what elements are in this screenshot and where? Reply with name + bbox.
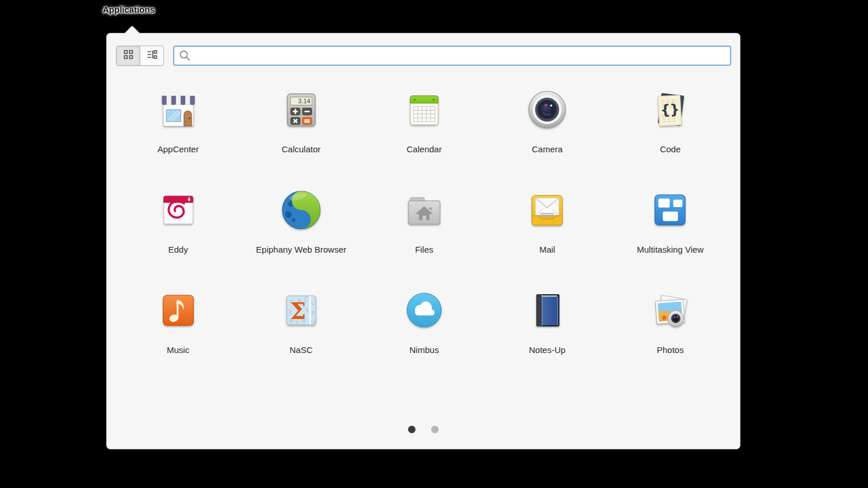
globe-icon <box>279 189 323 231</box>
app-grid: AppCenter 3.14 <box>117 89 732 355</box>
app-item-appcenter[interactable]: AppCenter <box>117 89 240 155</box>
app-item-files[interactable]: Files <box>362 189 485 255</box>
storefront-icon <box>156 89 200 130</box>
workspaces-icon <box>648 189 692 231</box>
app-item-notes-up[interactable]: Notes-Up <box>486 290 609 355</box>
popover-arrow <box>124 25 140 41</box>
app-label: Calculator <box>282 144 321 154</box>
desktop: Applications <box>0 0 868 488</box>
app-label: AppCenter <box>158 144 199 154</box>
app-label: Code <box>660 144 680 154</box>
grid-view-icon <box>122 48 134 63</box>
search-field-wrap <box>173 46 731 66</box>
applications-launcher-popover: AppCenter 3.14 <box>106 33 740 449</box>
folder-home-icon <box>402 189 446 231</box>
app-label: Nimbus <box>410 345 439 355</box>
page-dot-1[interactable] <box>408 426 416 433</box>
app-item-nimbus[interactable]: Nimbus <box>362 290 485 355</box>
page-indicator <box>107 426 740 433</box>
app-item-calculator[interactable]: 3.14 Calculator <box>240 89 362 155</box>
app-label: Calendar <box>407 144 442 154</box>
notebook-icon <box>525 290 569 331</box>
panel-applications-button[interactable]: Applications <box>103 5 155 14</box>
category-view-button[interactable] <box>140 46 163 65</box>
app-item-eddy[interactable]: Eddy <box>117 189 240 255</box>
app-label: Notes-Up <box>529 345 565 355</box>
app-label: NaSC <box>290 345 313 355</box>
calculator-icon: 3.14 <box>279 89 323 130</box>
sigma-icon: αφζ χλ θγθ √πω Σ <box>279 290 323 331</box>
grid-view-button[interactable] <box>117 46 140 65</box>
svg-text:ω: ω <box>311 318 316 324</box>
search-input[interactable] <box>173 46 731 66</box>
app-item-code[interactable]: { } Code <box>609 89 732 155</box>
app-item-camera[interactable]: Camera <box>486 89 609 155</box>
view-mode-toggle <box>116 46 164 66</box>
svg-text:√: √ <box>311 301 315 307</box>
svg-text:π: π <box>311 310 315 316</box>
page-dot-2[interactable] <box>431 426 439 433</box>
app-label: Camera <box>532 144 562 154</box>
app-item-photos[interactable]: Photos <box>609 290 732 355</box>
app-label: Photos <box>657 345 684 355</box>
music-note-icon <box>156 290 200 331</box>
app-item-nasc[interactable]: αφζ χλ θγθ √πω Σ NaSC <box>240 290 362 355</box>
code-braces-icon: { } <box>648 89 692 130</box>
app-item-multitasking-view[interactable]: Multitasking View <box>609 189 732 255</box>
svg-text:3.14: 3.14 <box>298 97 310 104</box>
app-label: Multitasking View <box>637 245 704 254</box>
package-installer-icon <box>156 189 200 231</box>
app-label: Files <box>415 245 433 254</box>
app-label: Mail <box>539 245 555 254</box>
app-item-epiphany[interactable]: Epiphany Web Browser <box>240 189 362 255</box>
camera-lens-icon <box>525 89 569 130</box>
calendar-icon <box>402 89 446 130</box>
photo-stack-icon <box>648 290 692 331</box>
app-label: Epiphany Web Browser <box>256 245 346 254</box>
app-label: Eddy <box>168 245 188 254</box>
mail-tray-icon <box>525 189 569 231</box>
app-item-calendar[interactable]: Calendar <box>362 89 485 155</box>
svg-text:}: } <box>669 101 680 118</box>
app-item-music[interactable]: Music <box>117 290 240 355</box>
category-view-icon <box>146 48 158 63</box>
svg-text:Σ: Σ <box>290 298 306 324</box>
app-label: Music <box>167 345 189 355</box>
cloud-icon <box>402 290 446 331</box>
app-item-mail[interactable]: Mail <box>486 189 609 255</box>
